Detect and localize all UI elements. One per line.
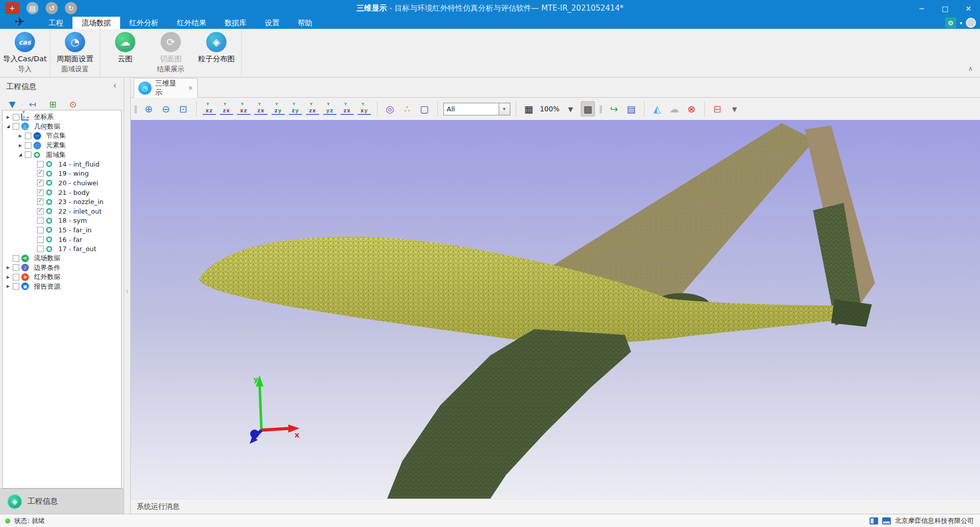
filter-icon[interactable]: ▼ — [6, 98, 18, 110]
tree-item[interactable]: ▶⊛红外数据 — [3, 272, 121, 282]
save-view-button[interactable]: ⊟ — [710, 101, 725, 116]
tree-checkbox[interactable] — [37, 217, 44, 224]
zoom-level-dropdown-button[interactable]: ▾ — [563, 101, 578, 116]
tree-expander-icon[interactable]: ◢ — [17, 152, 24, 157]
import-cas-dat-button[interactable]: cas导入Cas/Dat — [3, 32, 47, 64]
theme-icon[interactable]: ⚙ — [945, 17, 956, 28]
menu-item-红外结果[interactable]: 红外结果 — [168, 17, 215, 29]
tree-checkbox[interactable] — [37, 227, 44, 233]
tree-expander-icon[interactable]: ▶ — [5, 115, 12, 119]
periodic-surface-settings-button[interactable]: ◔周期面设置 — [53, 32, 97, 64]
panel-collapse-icon[interactable]: ‹ — [114, 80, 117, 90]
tree-item[interactable]: 23 - nozzle_in — [3, 197, 121, 207]
view-bottom-button[interactable]: zy — [289, 103, 302, 115]
view-iso-3-button[interactable]: zx — [341, 103, 354, 115]
tree-checkbox[interactable] — [37, 246, 44, 252]
maximize-button[interactable]: □ — [933, 0, 957, 17]
tree-checkbox[interactable] — [37, 189, 44, 196]
panel-splitter[interactable]: ⁞ — [124, 77, 131, 514]
tree-expander-icon[interactable]: ▶ — [5, 275, 12, 279]
particle-trace-button[interactable]: ∴ — [400, 101, 414, 116]
tree-item[interactable]: 22 - inlet_out — [3, 207, 121, 216]
tab-3d-view[interactable]: ◷ 三维显示 ✕ — [134, 78, 198, 98]
viewport-3d[interactable]: x y — [131, 120, 980, 499]
tree-item[interactable]: 17 - far_out — [3, 244, 121, 254]
combobox-dropdown-icon[interactable]: ▾ — [499, 103, 510, 115]
help-icon[interactable] — [966, 18, 976, 28]
tree-expander-icon[interactable]: ▶ — [17, 134, 24, 138]
tree-checkbox[interactable] — [25, 151, 31, 158]
new-file-icon[interactable]: ▤ — [26, 2, 39, 14]
menu-item-红外分析[interactable]: 红外分析 — [120, 17, 168, 29]
display-filter-combobox[interactable]: All▾ — [443, 103, 510, 115]
tab-close-icon[interactable]: ✕ — [188, 85, 193, 92]
tree-checkbox[interactable] — [13, 264, 19, 271]
mirror-button[interactable]: ◭ — [650, 101, 664, 116]
view-left-button[interactable]: xz — [237, 103, 250, 115]
tree-item[interactable]: 20 - chuiwei — [3, 178, 121, 188]
cancel-button[interactable]: ⊗ — [685, 101, 699, 116]
tree-item[interactable]: 14 - int_fluid — [3, 159, 121, 169]
tree-checkbox[interactable] — [13, 255, 19, 262]
tree-expander-icon[interactable]: ▶ — [5, 265, 12, 270]
tree-checkbox[interactable] — [13, 123, 19, 130]
layout-toggle-icon-2[interactable] — [882, 517, 891, 524]
particle-distribution-plot-button[interactable]: ◈粒子分布图 — [195, 32, 238, 64]
share-cloud-button[interactable]: ☁ — [667, 101, 682, 116]
tree-item[interactable]: 18 - sym — [3, 216, 121, 226]
probe-button[interactable]: ◎ — [383, 101, 397, 116]
view-iso-1-button[interactable]: zx — [306, 103, 319, 115]
texture-pattern-button[interactable]: ▦ — [522, 101, 536, 116]
tree-checkbox[interactable] — [13, 283, 19, 290]
tree-checkbox[interactable] — [37, 198, 44, 205]
tree-item[interactable]: ◢面域集 — [3, 150, 121, 159]
tree-expander-icon[interactable]: ▶ — [5, 284, 12, 289]
locate-icon[interactable]: ⊙ — [67, 98, 79, 110]
tree-item[interactable]: ≪流场数据 — [3, 254, 121, 263]
undo-icon[interactable]: ↺ — [46, 2, 58, 14]
tree-checkbox[interactable] — [25, 133, 31, 139]
menu-item-帮助[interactable]: 帮助 — [289, 17, 322, 29]
ribbon-collapse-icon[interactable]: ∧ — [968, 65, 973, 72]
menu-item-流场数据[interactable]: 流场数据 — [72, 17, 120, 29]
menu-dropdown-caret-icon[interactable]: ▾ — [960, 20, 962, 26]
tree-checkbox[interactable] — [25, 142, 31, 149]
menu-item-设置[interactable]: 设置 — [256, 17, 289, 29]
contour-plot-button[interactable]: ☁云图 — [103, 32, 147, 64]
zoom-in-button[interactable]: ⊕ — [142, 101, 156, 116]
tree-item[interactable]: ▶▣报告资源 — [3, 282, 121, 292]
view-iso-4-button[interactable]: xy — [358, 103, 371, 115]
tree-item[interactable]: ◢△几何数据 — [3, 122, 121, 132]
zoom-fit-button[interactable]: ⊡ — [176, 101, 191, 116]
tree-checkbox[interactable] — [37, 161, 44, 168]
minimize-button[interactable]: ─ — [910, 0, 933, 17]
layout-toggle-icon-1[interactable] — [870, 517, 878, 524]
tree-item[interactable]: 19 - wing — [3, 169, 121, 179]
tree-item[interactable]: 21 - body — [3, 188, 121, 197]
tree-checkbox[interactable] — [37, 170, 44, 177]
tree-checkbox[interactable] — [37, 236, 44, 243]
tree-item[interactable]: 16 - far — [3, 235, 121, 245]
view-right-button[interactable]: zx — [254, 103, 268, 115]
tree-checkbox[interactable] — [37, 208, 44, 215]
view-back-button[interactable]: zx — [220, 103, 233, 115]
menu-item-工程[interactable]: 工程 — [40, 17, 72, 29]
close-button[interactable]: ✕ — [957, 0, 980, 17]
group-view-icon[interactable]: ⊞ — [47, 98, 59, 110]
tree-checkbox[interactable] — [13, 274, 19, 280]
project-panel-bottom-bar[interactable]: ◈ 工程信息 — [0, 489, 124, 514]
menu-item-数据库[interactable]: 数据库 — [215, 17, 256, 29]
redo-icon[interactable]: ↻ — [65, 2, 77, 14]
tree-item[interactable]: ▶◌元素集 — [3, 141, 121, 150]
view-top-button[interactable]: zy — [272, 103, 285, 115]
zoom-out-button[interactable]: ⊖ — [159, 101, 173, 116]
app-button-icon[interactable]: + — [5, 2, 19, 14]
tree-item[interactable]: ▶Yzx坐标系 — [3, 112, 121, 122]
zoom-level-label[interactable]: 100% — [540, 105, 560, 113]
tree-item[interactable]: 15 - far_in — [3, 225, 121, 235]
export-view-button[interactable]: ↪ — [607, 101, 621, 116]
mesh-toggle-button[interactable]: ▩ — [581, 101, 595, 116]
tree-checkbox[interactable] — [37, 180, 44, 186]
tree-expander-icon[interactable]: ◢ — [5, 124, 12, 129]
snapshot-button[interactable]: ▤ — [624, 101, 638, 116]
